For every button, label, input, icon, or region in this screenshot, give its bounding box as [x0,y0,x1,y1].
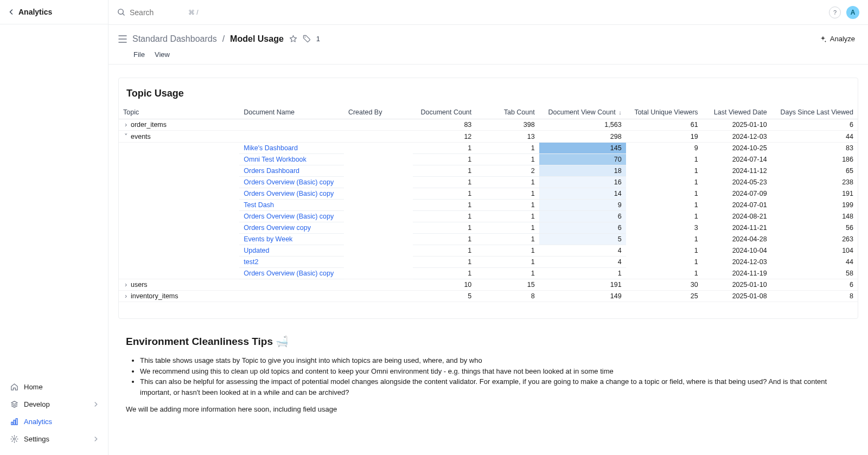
sidebar-item-settings[interactable]: Settings [0,430,108,447]
table-row: Omni Test Workbook117012024-07-14186 [119,154,858,165]
document-link[interactable]: Mike's Dashboard [244,144,298,152]
col-viewers[interactable]: Total Unique Viewers [626,106,703,119]
search[interactable]: ⌘ / [117,8,199,17]
sparkle-icon [819,35,827,43]
question-icon: ? [833,9,837,16]
sidebar-nav: HomeDevelopAnalyticsSettings [0,378,108,455]
card-title: Topic Usage [119,88,858,106]
table-row: Test Dash11912024-07-01199 [119,200,858,211]
table-row: test211412024-12-0344 [119,257,858,268]
table-row: Orders Overview (Basic) copy111612024-05… [119,177,858,188]
col-last-viewed[interactable]: Last Viewed Date [703,106,771,119]
group-row[interactable]: ›inventory_items58149252025-01-088 [119,291,858,302]
chevron-left-icon [9,9,14,15]
tips-heading: Environment Cleanliness Tips 🛁 [126,335,851,348]
chevron-right-icon [93,437,98,441]
table-row: Orders Overview (Basic) copy11112024-11-… [119,268,858,279]
group-row[interactable]: ›users1015191302025-01-106 [119,279,858,291]
group-row[interactable]: ˅events1213298192024-12-0344 [119,131,858,143]
topic-usage-table: Topic Document Name Created By Document … [119,106,858,302]
document-link[interactable]: Omni Test Workbook [244,156,307,163]
svg-rect-2 [16,418,17,424]
tips-list: This table shows usage stats by Topic to… [126,355,851,398]
col-view-count[interactable]: Document View Count ↓ [539,106,626,119]
help-button[interactable]: ? [829,7,841,18]
tips-footer: We will be adding more information here … [126,405,851,413]
col-topic[interactable]: Topic [119,106,239,119]
avatar[interactable]: A [846,6,859,19]
table-row: Orders Overview copy11632024-11-2156 [119,222,858,234]
table-row: Updated11412024-10-04104 [119,245,858,257]
analyze-button[interactable]: Analyze [816,33,858,45]
svg-rect-0 [11,422,12,425]
sidebar-item-label: Analytics [24,418,52,426]
col-created-by[interactable]: Created By [344,106,413,119]
doc-menu: File View [118,45,858,64]
hamburger-icon[interactable] [118,35,127,43]
document-link[interactable]: Orders Overview (Basic) copy [244,178,334,186]
table-row: Mike's Dashboard1114592024-10-2583 [119,143,858,154]
bar-chart-icon [10,417,18,426]
sort-descending-icon: ↓ [618,109,622,116]
sidebar-item-develop[interactable]: Develop [0,395,108,413]
topic-usage-card: Topic Usage Topic Document Name Created … [118,78,858,319]
tag-count: 1 [316,35,320,43]
table-row: Events by Week11512024-04-28263 [119,234,858,245]
chevron-right-icon[interactable]: › [123,121,129,129]
chevron-right-icon [93,402,98,407]
avatar-initial: A [851,9,856,16]
table-row: Orders Dashboard121812024-11-1265 [119,165,858,177]
search-input[interactable] [130,8,184,17]
document-link[interactable]: Orders Overview copy [244,224,311,232]
chevron-right-icon[interactable]: › [123,281,129,289]
home-icon [10,382,18,391]
sidebar-item-label: Home [24,383,43,391]
list-item: This can also be helpful for assessing t… [140,376,851,398]
svg-point-3 [13,438,15,440]
sidebar-title: Analytics [18,8,52,16]
star-icon[interactable] [289,35,297,43]
document-link[interactable]: Events by Week [244,235,292,243]
tips-section: Environment Cleanliness Tips 🛁 This tabl… [118,335,858,413]
breadcrumb-current: Model Usage [230,34,284,44]
search-shortcut: ⌘ / [188,9,199,16]
col-days-since[interactable]: Days Since Last Viewed [771,106,858,119]
main: ⌘ / ? A Standard Dashboards / Model Usag… [108,0,868,455]
document-link[interactable]: test2 [244,258,258,266]
chevron-right-icon[interactable]: › [123,292,129,300]
topbar: ⌘ / ? A [108,0,868,25]
content: Topic Usage Topic Document Name Created … [108,65,868,435]
svg-rect-1 [14,420,15,424]
sidebar: Analytics HomeDevelopAnalyticsSettings [0,0,108,455]
svg-point-5 [304,36,305,37]
breadcrumb-separator: / [222,34,225,44]
chevron-down-icon[interactable]: ˅ [123,132,129,140]
document-link[interactable]: Test Dash [244,201,274,209]
document-link[interactable]: Orders Overview (Basic) copy [244,270,334,277]
sidebar-item-home[interactable]: Home [0,378,108,395]
layers-icon [10,400,18,408]
col-tab-count[interactable]: Tab Count [476,106,539,119]
breadcrumb-parent[interactable]: Standard Dashboards [132,34,217,44]
menu-file[interactable]: File [133,50,145,59]
group-row[interactable]: ›order_items833981,563612025-01-106 [119,119,858,131]
tag-icon[interactable] [303,35,311,43]
menu-view[interactable]: View [155,50,170,59]
sidebar-item-analytics[interactable]: Analytics [0,413,108,430]
document-link[interactable]: Orders Overview (Basic) copy [244,213,334,220]
table-row: Orders Overview (Basic) copy111412024-07… [119,188,858,200]
col-doc-name[interactable]: Document Name [239,106,344,119]
sidebar-item-label: Develop [24,400,50,408]
document-link[interactable]: Updated [244,247,269,254]
document-link[interactable]: Orders Dashboard [244,167,299,175]
document-link[interactable]: Orders Overview (Basic) copy [244,190,334,197]
list-item: This table shows usage stats by Topic to… [140,355,851,366]
table-row: Orders Overview (Basic) copy11612024-08-… [119,211,858,222]
search-icon [117,8,125,16]
sidebar-header[interactable]: Analytics [0,0,108,24]
gear-icon [10,434,18,443]
list-item: We recommend using this to clean up old … [140,366,851,377]
sidebar-item-label: Settings [24,435,49,443]
doc-header: Standard Dashboards / Model Usage 1 Anal… [108,25,868,65]
col-doc-count[interactable]: Document Count [413,106,476,119]
